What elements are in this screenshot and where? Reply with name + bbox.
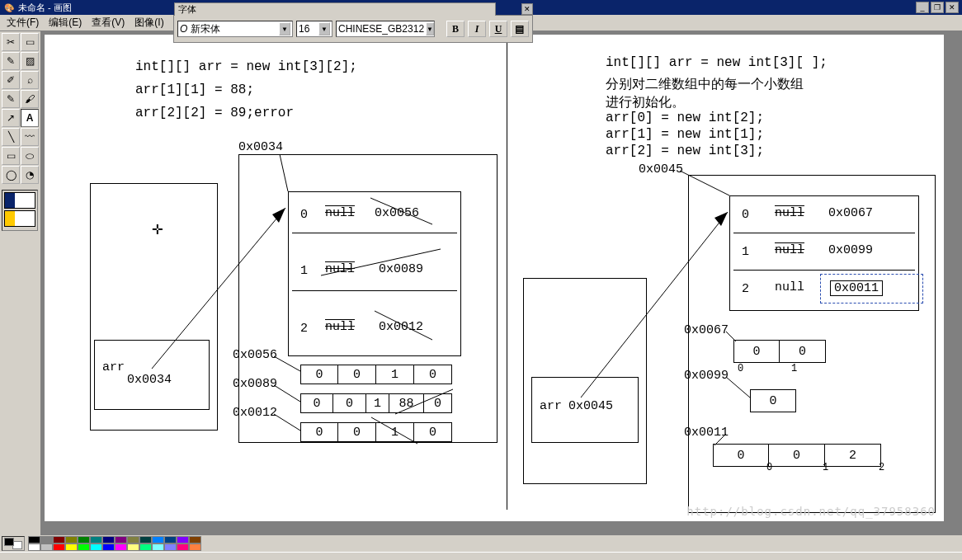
font-toolbar-close[interactable]: ✕ — [521, 3, 533, 15]
color-swatch[interactable] — [164, 544, 177, 551]
tool-curve[interactable]: 〰 — [21, 128, 39, 146]
row-index: 0 — [742, 208, 749, 222]
minimize-button[interactable]: _ — [916, 2, 929, 13]
color-swatch[interactable] — [78, 536, 90, 544]
array-cell: 1 — [376, 422, 414, 442]
color-swatch[interactable] — [139, 544, 152, 551]
opt-opaque[interactable] — [4, 210, 35, 227]
tool-brush[interactable]: 🖌 — [21, 90, 39, 108]
font-size-combo[interactable]: 16▼ — [296, 21, 332, 37]
code-line: arr[1][1] = 88; — [135, 82, 254, 97]
tool-picker[interactable]: ✐ — [2, 71, 20, 89]
color-swatch[interactable] — [177, 544, 189, 551]
divider — [507, 40, 507, 510]
addr-label: 0x0045 — [639, 162, 683, 176]
code-line: int[][] arr = new int[3][2]; — [135, 59, 357, 74]
menu-file[interactable]: 文件(F) — [3, 14, 42, 31]
array-cell: 2 — [825, 444, 881, 467]
color-swatch[interactable] — [127, 536, 139, 544]
color-swatch[interactable] — [40, 536, 53, 544]
row-index: 1 — [300, 264, 308, 278]
font-family-combo[interactable]: O 新宋体 ▼ — [177, 21, 293, 37]
tool-roundrect[interactable]: ◔ — [21, 166, 39, 184]
work-area: ✂ ▭ ✎ ▨ ✐ ⌕ ✎ 🖌 ↗ A ╲ 〰 ▭ ⬭ ◯ ◔ int[][] … — [0, 31, 962, 535]
color-swatch[interactable] — [53, 536, 65, 544]
canvas-scroll[interactable]: int[][] arr = new int[3][2]; arr[1][1] =… — [41, 31, 962, 535]
color-swatch[interactable] — [102, 536, 115, 544]
ime-button[interactable]: ▤ — [511, 21, 529, 37]
color-swatch[interactable] — [102, 544, 115, 551]
watermark: http://blog.csdn.net/qq_37958360 — [686, 505, 936, 518]
color-swatch[interactable] — [164, 536, 177, 544]
app-icon: 🎨 — [3, 2, 15, 13]
chevron-down-icon[interactable]: ▼ — [426, 22, 434, 35]
tool-freeform-select[interactable]: ✂ — [2, 33, 20, 51]
tool-pencil[interactable]: ✎ — [2, 90, 20, 108]
tool-text[interactable]: A — [21, 109, 39, 127]
menu-edit[interactable]: 编辑(E) — [45, 14, 85, 31]
addr-label: 0x0056 — [233, 348, 277, 362]
font-charset-combo[interactable]: CHINESE_GB2312▼ — [336, 21, 435, 37]
color-swatch[interactable] — [78, 544, 90, 551]
array-cell: 0 — [300, 422, 338, 442]
tool-airbrush[interactable]: ↗ — [2, 109, 20, 127]
row-old: null — [775, 280, 804, 294]
row-old: null — [325, 206, 355, 220]
chevron-down-icon[interactable]: ▼ — [279, 22, 290, 35]
array-cell: 0 — [414, 422, 452, 442]
text-line: 分别对二维数组中的每一个小数组 — [606, 76, 804, 93]
color-swatch[interactable] — [53, 544, 65, 551]
tool-eraser[interactable]: ✎ — [2, 52, 20, 70]
color-swatch[interactable] — [28, 544, 40, 551]
current-colors[interactable] — [2, 536, 25, 551]
text-cursor-box[interactable] — [820, 274, 923, 304]
color-swatch[interactable] — [189, 536, 201, 544]
tool-ellipse[interactable]: ◯ — [2, 166, 20, 184]
opt-transparent[interactable] — [4, 192, 35, 209]
array-idx: 0 — [738, 363, 743, 374]
color-swatch[interactable] — [152, 536, 164, 544]
color-swatch[interactable] — [189, 544, 201, 551]
code-line: arr[2][2] = 89;error — [135, 106, 294, 120]
underline-button[interactable]: U — [489, 21, 507, 37]
color-swatch[interactable] — [65, 544, 78, 551]
font-toolbar[interactable]: 字体 ✕ O 新宋体 ▼ 16▼ CHINESE_GB2312▼ B I U ▤ — [173, 15, 533, 43]
code-line: arr[1] = new int[1]; — [606, 127, 764, 142]
color-swatch[interactable] — [90, 536, 102, 544]
row-new: 0x0056 — [375, 206, 419, 220]
tool-fill[interactable]: ▨ — [21, 52, 39, 70]
bold-button[interactable]: B — [446, 21, 464, 37]
tool-polygon[interactable]: ⬭ — [21, 147, 39, 165]
color-swatch[interactable] — [152, 544, 164, 551]
menu-image[interactable]: 图像(I) — [131, 14, 167, 31]
color-swatch[interactable] — [115, 544, 127, 551]
color-swatch[interactable] — [139, 536, 152, 544]
color-swatch[interactable] — [115, 536, 127, 544]
color-swatch[interactable] — [177, 536, 189, 544]
chevron-down-icon[interactable]: ▼ — [318, 22, 330, 35]
code-line: arr[2] = new int[3]; — [606, 144, 764, 158]
italic-button[interactable]: I — [468, 21, 486, 37]
color-swatch[interactable] — [127, 544, 139, 551]
canvas[interactable]: int[][] arr = new int[3][2]; arr[1][1] =… — [45, 35, 944, 521]
array-cell: 0 — [769, 444, 825, 467]
addr-label: 0x0012 — [233, 406, 277, 420]
menu-view[interactable]: 查看(V) — [88, 14, 128, 31]
tool-zoom[interactable]: ⌕ — [21, 71, 39, 89]
tool-line[interactable]: ╲ — [2, 128, 20, 146]
addr-label: 0x0011 — [684, 426, 729, 440]
array-idx: 1 — [791, 363, 797, 374]
color-swatch[interactable] — [65, 536, 78, 544]
color-swatch[interactable] — [90, 544, 102, 551]
close-button[interactable]: ✕ — [945, 2, 959, 13]
row-old: null — [775, 243, 804, 257]
color-swatch[interactable] — [28, 536, 40, 544]
tool-rect-select[interactable]: ▭ — [21, 33, 39, 51]
array-cell: 0 — [713, 444, 769, 467]
code-line: int[][] arr = new int[3][ ]; — [606, 55, 828, 70]
array-cell: 1 — [366, 393, 389, 413]
cursor-cross: ✛ — [152, 218, 163, 240]
color-swatch[interactable] — [40, 544, 53, 551]
tool-rect[interactable]: ▭ — [2, 147, 20, 165]
maximize-button[interactable]: ❐ — [931, 2, 944, 13]
